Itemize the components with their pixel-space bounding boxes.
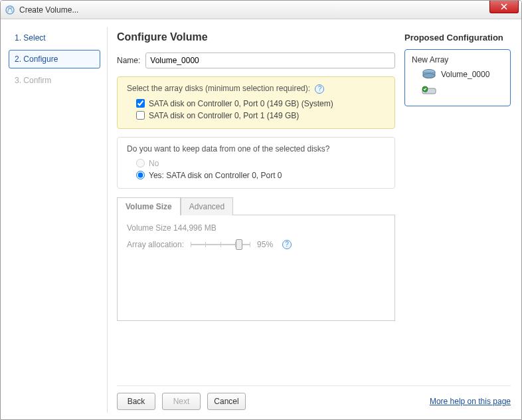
step-configure[interactable]: 2. Configure <box>9 50 100 68</box>
disk-row-1[interactable]: SATA disk on Controller 0, Port 1 (149 G… <box>127 110 385 122</box>
disk-label-0: SATA disk on Controller 0, Port 0 (149 G… <box>149 99 333 108</box>
allocation-slider[interactable] <box>191 238 250 251</box>
proposed-disk-item <box>412 84 503 96</box>
titlebar: Create Volume... <box>1 1 521 19</box>
keep-yes-label: Yes: SATA disk on Controller 0, Port 0 <box>149 171 282 180</box>
close-button[interactable] <box>489 0 519 13</box>
allocation-row: Array allocation: 95% ? <box>127 238 385 251</box>
disk-checkbox-1[interactable] <box>136 111 145 120</box>
wizard-steps: 1. Select 2. Configure 3. Confirm <box>5 23 104 417</box>
step-select[interactable]: 1. Select <box>9 29 100 47</box>
proposed-heading: Proposed Configuration <box>404 33 511 43</box>
keep-data-panel: Do you want to keep data from one of the… <box>117 137 395 189</box>
name-row: Name: <box>117 52 395 68</box>
step-confirm: 3. Confirm <box>9 71 100 90</box>
hard-disk-icon <box>421 84 437 96</box>
tab-advanced[interactable]: Advanced <box>181 197 233 215</box>
window-body: 1. Select 2. Configure 3. Confirm Config… <box>1 19 521 420</box>
tabs-section: Volume Size Advanced Volume Size 144,996… <box>117 197 395 321</box>
tabs: Volume Size Advanced <box>117 197 395 215</box>
allocation-label: Array allocation: <box>127 240 184 249</box>
cylinder-disk-icon <box>421 68 437 80</box>
slider-thumb[interactable] <box>236 239 242 250</box>
keep-data-question: Do you want to keep data from one of the… <box>127 144 385 154</box>
more-help-link[interactable]: More help on this page <box>430 397 511 406</box>
proposed-volume-label: Volume_0000 <box>441 70 489 79</box>
disk-selection-panel: Select the array disks (minimum selectio… <box>117 76 395 129</box>
tab-body: Volume Size 144,996 MB Array allocation:… <box>117 215 395 321</box>
main-panel: Configure Volume Name: Select the array … <box>110 23 517 417</box>
center-column: Configure Volume Name: Select the array … <box>117 29 395 385</box>
keep-no-row: No <box>127 158 385 169</box>
help-icon[interactable]: ? <box>282 240 292 249</box>
page-title: Configure Volume <box>117 31 395 43</box>
disk-row-0[interactable]: SATA disk on Controller 0, Port 0 (149 G… <box>127 98 385 110</box>
keep-no-label: No <box>149 159 159 168</box>
volume-name-input[interactable] <box>145 52 395 68</box>
allocation-value: 95% <box>257 240 273 249</box>
window-title: Create Volume... <box>19 5 78 15</box>
back-button[interactable]: Back <box>117 393 155 410</box>
proposed-volume-item: Volume_0000 <box>412 68 503 80</box>
proposed-column: Proposed Configuration New Array Volume_… <box>404 29 511 385</box>
keep-yes-row[interactable]: Yes: SATA disk on Controller 0, Port 0 <box>127 169 385 181</box>
disk-selection-title-text: Select the array disks (minimum selectio… <box>127 84 310 93</box>
name-label: Name: <box>117 56 140 65</box>
proposed-config-box: New Array Volume_0000 <box>404 49 511 106</box>
svg-point-0 <box>6 6 14 14</box>
help-icon[interactable]: ? <box>315 84 324 94</box>
keep-no-radio <box>136 159 145 167</box>
volume-size-text: Volume Size 144,996 MB <box>127 223 385 233</box>
footer: Back Next Cancel More help on this page <box>117 385 511 415</box>
disk-label-1: SATA disk on Controller 0, Port 1 (149 G… <box>149 111 299 120</box>
proposed-root: New Array <box>412 55 503 64</box>
app-icon <box>5 5 15 15</box>
vertical-separator <box>107 27 108 413</box>
cancel-button[interactable]: Cancel <box>207 393 246 410</box>
keep-yes-radio[interactable] <box>136 171 145 179</box>
next-button: Next <box>162 393 201 410</box>
tab-volume-size[interactable]: Volume Size <box>117 197 181 215</box>
disk-checkbox-0[interactable] <box>136 99 145 108</box>
disk-selection-title: Select the array disks (minimum selectio… <box>127 84 385 94</box>
